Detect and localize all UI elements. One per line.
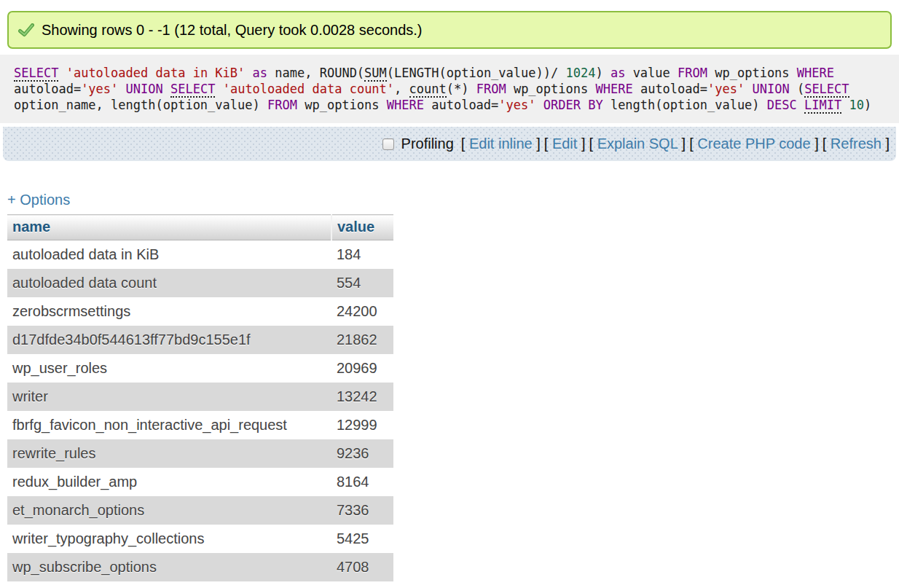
toolbar-link-edit-inline[interactable]: Edit inline: [469, 136, 533, 152]
table-row: autoloaded data in KiB184: [7, 240, 393, 270]
table-row: wp_user_roles20969: [7, 354, 393, 383]
sql-token: FROM: [267, 98, 297, 112]
sql-token: (*): [447, 82, 476, 96]
sql-token: [245, 66, 252, 80]
bracket-close: ]: [577, 136, 585, 152]
table-row: redux_builder_amp8164: [7, 468, 393, 496]
sql-token: ORDER BY: [543, 98, 603, 112]
profiling-checkbox[interactable]: [382, 138, 394, 150]
sql-token: length(option_value): [603, 98, 767, 112]
sql-token: ): [595, 66, 610, 80]
cell-name[interactable]: writer_typography_collections: [7, 525, 331, 553]
sql-token: 'autoloaded data count': [223, 82, 394, 96]
sql-token: LIMIT: [804, 98, 841, 114]
bracket-open: [: [461, 136, 469, 152]
toolbar-link-edit[interactable]: Edit: [552, 136, 577, 152]
cell-name[interactable]: wp_user_roles: [7, 354, 331, 383]
cell-name[interactable]: wp_subscribe_options: [7, 553, 331, 581]
sql-token: wp_options: [506, 82, 596, 96]
bracket-open: [: [544, 136, 552, 152]
cell-value[interactable]: 9236: [331, 439, 393, 468]
sql-token: 'yes': [81, 82, 118, 96]
sql-token: [163, 82, 170, 96]
table-row: rewrite_rules9236: [7, 439, 393, 468]
sql-token: [797, 98, 804, 112]
sql-query-text: SELECT 'autoloaded data in KiB' as name,…: [14, 66, 871, 114]
cell-value[interactable]: 21862: [331, 326, 393, 354]
sql-token: autoload=: [424, 98, 498, 112]
cell-value[interactable]: 184: [331, 240, 393, 270]
sql-token: [58, 66, 66, 80]
column-header-value[interactable]: value: [331, 215, 393, 240]
options-toggle[interactable]: + Options: [7, 192, 70, 208]
bracket-open: [: [689, 136, 697, 152]
cell-name[interactable]: et_monarch_options: [7, 496, 331, 525]
toolbar-link-refresh[interactable]: Refresh: [831, 136, 882, 152]
cell-name[interactable]: writer: [7, 383, 331, 411]
table-row: autoloaded data count554: [7, 269, 393, 297]
sql-query-box: SELECT 'autoloaded data in KiB' as name,…: [0, 55, 899, 123]
bracket-open: [: [823, 136, 831, 152]
bracket-close: ]: [882, 136, 890, 152]
sql-token: SUM: [364, 66, 387, 82]
sql-token: WHERE: [595, 82, 632, 96]
cell-name[interactable]: autoloaded data in KiB: [7, 240, 331, 270]
sql-token: name, ROUND(: [267, 66, 364, 80]
cell-name[interactable]: fbrfg_favicon_non_interactive_api_reques…: [7, 411, 331, 439]
cell-name[interactable]: redux_builder_amp: [7, 468, 331, 496]
table-row: writer13242: [7, 383, 393, 411]
cell-value[interactable]: 5425: [331, 525, 393, 553]
sql-token: (: [790, 82, 804, 96]
cell-name[interactable]: autoloaded data count: [7, 269, 331, 297]
table-row: wp_subscribe_options4708: [7, 553, 393, 581]
cell-value[interactable]: 13242: [331, 383, 393, 411]
bracket-close: ]: [678, 136, 686, 152]
cell-name[interactable]: d17dfde34b0f544613ff77bd9c155e1f: [7, 326, 331, 354]
table-row: fbrfg_favicon_non_interactive_api_reques…: [7, 411, 393, 439]
toolbar-links: [ Edit inline ][ Edit ][ Explain SQL ][ …: [458, 136, 890, 152]
sql-token: autoload=: [633, 82, 707, 96]
toolbar-link-create-php-code[interactable]: Create PHP code: [697, 136, 810, 152]
sql-token: 10: [849, 98, 863, 112]
query-toolbar: Profiling [ Edit inline ][ Edit ][ Expla…: [3, 127, 896, 161]
cell-value[interactable]: 554: [331, 269, 393, 297]
sql-token: [841, 98, 849, 112]
sql-token: 'yes': [498, 98, 535, 112]
cell-value[interactable]: 24200: [331, 297, 393, 326]
toolbar-link-group: [ Create PHP code ]: [689, 136, 819, 152]
sql-token: value: [625, 66, 678, 80]
cell-name[interactable]: rewrite_rules: [7, 439, 331, 468]
sql-token: ,: [394, 82, 409, 96]
table-row: et_monarch_options7336: [7, 496, 393, 525]
cell-value[interactable]: 12999: [331, 411, 393, 439]
sql-token: UNION: [126, 82, 163, 96]
sql-token: SELECT: [14, 66, 58, 82]
sql-token: UNION: [752, 82, 789, 96]
sql-token: DESC: [767, 98, 797, 112]
cell-value[interactable]: 4708: [331, 553, 393, 581]
query-results-page: Showing rows 0 - -1 (12 total, Query too…: [0, 11, 899, 588]
sql-token: WHERE: [387, 98, 424, 112]
success-check-icon: [18, 23, 34, 37]
sql-token: SELECT: [804, 82, 849, 98]
toolbar-link-group: [ Edit ]: [544, 136, 586, 152]
sql-token: WHERE: [797, 66, 834, 80]
sql-token: ): [864, 98, 871, 112]
results-table: name value autoloaded data in KiB184auto…: [7, 214, 393, 581]
cell-value[interactable]: 20969: [331, 354, 393, 383]
toolbar-link-group: [ Explain SQL ]: [589, 136, 686, 152]
column-header-name[interactable]: name: [7, 215, 331, 240]
table-row: writer_typography_collections5425: [7, 525, 393, 553]
cell-value[interactable]: 7336: [331, 496, 393, 525]
bracket-open: [: [589, 136, 597, 152]
sql-token: wp_options: [297, 98, 387, 112]
toolbar-link-explain-sql[interactable]: Explain SQL: [597, 136, 678, 152]
sql-token: 'autoloaded data in KiB': [66, 66, 246, 80]
sql-token: [536, 98, 543, 112]
sql-token: autoload=: [14, 82, 81, 96]
cell-name[interactable]: zerobscrmsettings: [7, 297, 331, 326]
table-header-row: name value: [7, 215, 393, 240]
success-banner: Showing rows 0 - -1 (12 total, Query too…: [7, 11, 892, 49]
cell-value[interactable]: 8164: [331, 468, 393, 496]
sql-token: (LENGTH(option_value))/: [387, 66, 566, 80]
